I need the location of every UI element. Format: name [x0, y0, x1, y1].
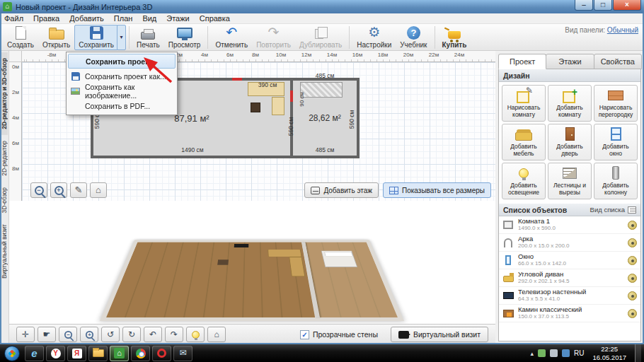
- taskbar-opera[interactable]: [152, 346, 171, 361]
- list-item-room[interactable]: Комната 1 1490.0 x 590.0: [499, 216, 640, 234]
- redo-button[interactable]: ↷ Повторить: [252, 25, 295, 50]
- save-dropdown-arrow[interactable]: ▾: [117, 25, 126, 50]
- fireplace-3d[interactable]: [217, 259, 229, 264]
- visibility-eye-icon[interactable]: [628, 256, 637, 265]
- add-room-button[interactable]: Добавить комнату: [548, 85, 592, 122]
- zoom-in-3d-button[interactable]: +: [80, 327, 98, 342]
- open-project-button[interactable]: Открыть: [38, 25, 74, 50]
- tray-icon-2[interactable]: [550, 349, 558, 357]
- corner-sofa-2d[interactable]: [272, 97, 284, 115]
- close-button[interactable]: ×: [613, 0, 641, 11]
- preview-button[interactable]: Просмотр: [164, 25, 205, 50]
- wardrobe-2d[interactable]: [300, 82, 343, 98]
- add-window-button[interactable]: Добавить окно: [594, 124, 638, 160]
- tray-icon-3[interactable]: [562, 349, 570, 357]
- hand-tool-button[interactable]: ☛: [38, 327, 56, 342]
- corner-sofa-3d[interactable]: [268, 250, 301, 257]
- list-item-corner-sofa[interactable]: Угловой диван 292.0 x 202.1 x 94.5: [499, 269, 640, 287]
- measure-button[interactable]: ✎: [70, 182, 87, 198]
- settings-button[interactable]: ⚙ Настройки: [352, 25, 396, 50]
- language-indicator[interactable]: RU: [574, 349, 584, 357]
- taskbar-browser-ie[interactable]: e: [25, 346, 44, 361]
- add-lighting-button[interactable]: Добавить освещение: [502, 163, 546, 199]
- orbit-right-button[interactable]: ↷: [165, 327, 183, 342]
- list-item-window[interactable]: Окно 66.0 x 15.0 x 142.0: [499, 252, 640, 269]
- taskbar-yandex-browser[interactable]: Я: [67, 346, 86, 361]
- checkbox-checked[interactable]: ✓: [300, 330, 309, 339]
- list-item-tv[interactable]: Телевизор настенный 64.3 x 5.5 x 41.0: [499, 287, 640, 305]
- visibility-eye-icon[interactable]: [628, 221, 637, 230]
- view-list-switcher[interactable]: Вид списка: [590, 206, 636, 214]
- menu-plan[interactable]: План: [114, 14, 133, 23]
- menu-add[interactable]: Добавить: [69, 14, 104, 23]
- transparent-walls-toggle[interactable]: ✓ Прозрачные стены: [300, 330, 378, 339]
- corner-sofa-3d[interactable]: [289, 257, 305, 276]
- tab-virtual-visit[interactable]: Виртуальный визит: [1, 218, 8, 284]
- arch-opening-2d[interactable]: [290, 90, 293, 102]
- hidden-icons-caret[interactable]: ▴: [530, 350, 534, 357]
- taskbar-mail[interactable]: ✉: [173, 346, 192, 361]
- menu-help[interactable]: Справка: [200, 14, 230, 23]
- tab-2d-3d-view[interactable]: 2D-редактор и 3D-обзор: [1, 52, 8, 135]
- draw-partition-button[interactable]: Нарисовать перегородку: [594, 85, 638, 122]
- add-door-button[interactable]: Добавить дверь: [548, 124, 592, 160]
- tab-project[interactable]: Проект: [498, 54, 546, 69]
- menu-item-save-as-image[interactable]: Сохранить как изображение...: [68, 83, 176, 98]
- rotate-down-button[interactable]: ↻: [122, 327, 141, 342]
- taskbar-chrome[interactable]: [131, 346, 150, 361]
- save-button[interactable]: Сохранить: [74, 25, 118, 50]
- orbit-left-button[interactable]: ↶: [144, 327, 162, 342]
- show-all-dimensions-button[interactable]: Показывать все размеры: [383, 182, 491, 198]
- taskbar-yandex[interactable]: Y: [46, 346, 65, 361]
- menu-view[interactable]: Вид: [142, 14, 156, 23]
- view-panel-link[interactable]: Обычный: [607, 26, 638, 34]
- new-project-button[interactable]: Создать: [3, 25, 38, 50]
- zoom-out-3d-button[interactable]: −: [59, 327, 77, 342]
- menu-edit[interactable]: Правка: [33, 14, 59, 23]
- visibility-eye-icon[interactable]: [628, 274, 637, 283]
- tutorial-button[interactable]: ? Учебник: [396, 25, 431, 50]
- virtual-visit-button[interactable]: Виртуальный визит: [391, 327, 488, 342]
- add-furniture-button[interactable]: Добавить мебель: [502, 124, 546, 160]
- tab-properties[interactable]: Свойства: [594, 54, 642, 69]
- rotate-up-button[interactable]: ↺: [101, 327, 120, 342]
- draw-room-button[interactable]: Нарисовать комнату: [502, 85, 546, 122]
- duplicate-button[interactable]: Дублировать: [295, 25, 346, 50]
- zoom-in-button[interactable]: +: [50, 182, 67, 198]
- minimize-button[interactable]: –: [575, 0, 593, 11]
- menu-file[interactable]: Файл: [4, 14, 23, 23]
- zoom-out-button[interactable]: −: [30, 182, 47, 198]
- fit-home-button[interactable]: ⌂: [90, 182, 107, 198]
- menu-item-save-as-pdf[interactable]: Сохранить в PDF...: [68, 98, 176, 113]
- tab-2d-editor[interactable]: 2D-редактор: [1, 135, 8, 182]
- tab-3d-view[interactable]: 3D-обзор: [1, 182, 8, 218]
- undo-button[interactable]: ↶ Отменить: [211, 25, 252, 50]
- bed-3d[interactable]: [321, 251, 357, 267]
- reset-view-button[interactable]: ⌂: [207, 327, 226, 342]
- wall-tv-3d[interactable]: [234, 244, 249, 247]
- fireplace-2d[interactable]: [251, 103, 260, 112]
- list-item-fireplace[interactable]: Камин классический 150.0 x 37.0 x 113.5: [499, 305, 640, 322]
- tab-floors[interactable]: Этажи: [546, 54, 594, 69]
- taskbar-explorer[interactable]: [88, 346, 108, 361]
- maximize-button[interactable]: □: [594, 0, 612, 11]
- pan-3d-button[interactable]: ✛: [16, 327, 35, 342]
- visibility-eye-icon[interactable]: [628, 291, 637, 300]
- show-desktop-button[interactable]: [635, 344, 641, 362]
- print-button[interactable]: Печать: [132, 25, 164, 50]
- lighting-button[interactable]: [186, 327, 205, 342]
- clock[interactable]: 22:25 16.05.2017: [588, 345, 631, 362]
- view-3d-canvas[interactable]: [9, 201, 495, 324]
- taskbar-interior-3d-app[interactable]: ⌂: [110, 346, 129, 361]
- start-button[interactable]: [4, 346, 20, 361]
- stairs-cutouts-button[interactable]: Лестницы и вырезы: [548, 163, 592, 199]
- add-column-button[interactable]: Добавить колонну: [594, 163, 638, 199]
- visibility-eye-icon[interactable]: [628, 309, 637, 318]
- apartment-3d[interactable]: [100, 240, 404, 321]
- menu-floors[interactable]: Этажи: [166, 14, 189, 23]
- list-item-arch[interactable]: Арка 200.0 x 15.0 x 200.0: [499, 234, 640, 252]
- window-opening-2d[interactable]: [232, 78, 242, 81]
- visibility-eye-icon[interactable]: [628, 238, 637, 247]
- add-floor-button[interactable]: Добавить этаж: [304, 182, 379, 198]
- tray-icon-1[interactable]: [538, 349, 546, 357]
